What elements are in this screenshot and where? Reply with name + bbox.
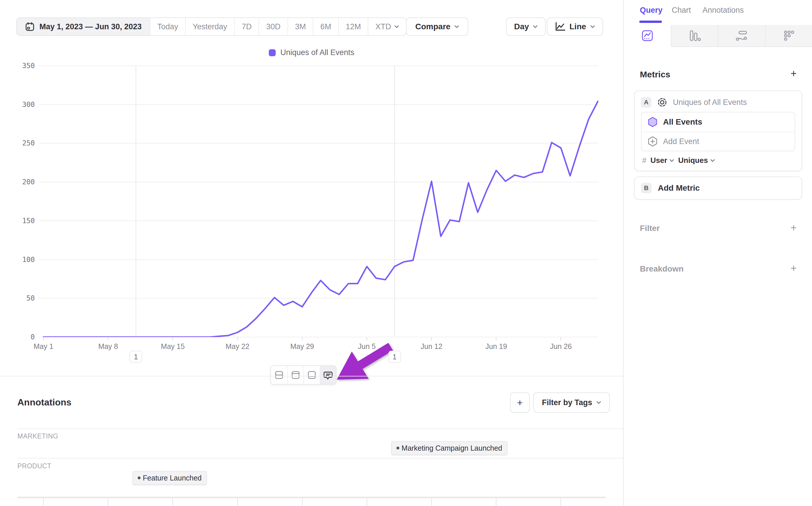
report-type-funnels[interactable] <box>671 25 718 47</box>
annotation-chip-product[interactable]: Feature Launched <box>132 471 207 485</box>
count-type-icon: # <box>642 156 646 165</box>
filter-heading: Filter <box>640 224 659 233</box>
annotations-axis-tick <box>237 498 238 506</box>
panel-top-button[interactable] <box>287 366 303 384</box>
preset-yesterday[interactable]: Yesterday <box>185 18 234 35</box>
event-row-all-events[interactable]: All Events <box>642 112 795 132</box>
date-range-toolbar: May 1, 2023 — Jun 30, 2023 Today Yesterd… <box>16 17 407 36</box>
annotations-axis-line <box>17 497 606 498</box>
y-axis-tick-label: 250 <box>12 139 35 147</box>
metric-a-header[interactable]: A Uniques of All Events <box>635 91 802 112</box>
panel-bottom-button[interactable] <box>303 366 320 384</box>
date-range-button[interactable]: May 1, 2023 — Jun 30, 2023 <box>17 18 150 35</box>
x-axis-tick-label: Jun 19 <box>476 342 517 351</box>
metric-b-badge: B <box>641 183 651 193</box>
annotation-count-badge[interactable]: 1 <box>388 351 401 363</box>
entity-dropdown[interactable]: User <box>650 156 674 165</box>
x-axis-tick <box>172 337 173 341</box>
x-axis-tick <box>431 337 432 341</box>
metric-a-card: A Uniques of All Events All Events <box>634 90 802 171</box>
event-settings-icon <box>657 97 668 108</box>
row-divider <box>17 458 623 458</box>
chevron-down-icon <box>533 25 538 28</box>
preset-12m[interactable]: 12M <box>338 18 368 35</box>
tab-chart[interactable]: Chart <box>672 6 691 15</box>
plus-icon: + <box>517 397 523 408</box>
split-horizontal-button[interactable] <box>271 366 287 384</box>
preset-xtd-dropdown[interactable]: XTD <box>368 18 406 35</box>
preset-30d[interactable]: 30D <box>259 18 287 35</box>
retention-icon <box>782 29 796 42</box>
x-axis-tick-label: Jun 12 <box>411 342 452 351</box>
chevron-down-icon <box>597 401 601 404</box>
chart-layout-toolbar <box>270 365 337 385</box>
hexagon-icon <box>647 116 658 128</box>
add-metric-plus-button[interactable]: + <box>791 68 797 79</box>
preset-3m[interactable]: 3M <box>287 18 313 35</box>
annotation-count-badge[interactable]: 1 <box>129 351 142 363</box>
aggregation-dropdown[interactable]: Uniques <box>678 156 715 165</box>
breakdown-heading: Breakdown <box>640 264 684 273</box>
preset-6m[interactable]: 6M <box>313 18 338 35</box>
y-axis-tick-label: 0 <box>12 333 35 341</box>
y-axis-tick-label: 50 <box>12 294 35 302</box>
add-filter-button[interactable]: + <box>791 223 797 233</box>
x-axis-tick <box>560 337 561 341</box>
x-axis-tick <box>367 337 367 341</box>
series-line-uniques-of-all-events[interactable] <box>39 66 599 337</box>
add-metric-label: Add Metric <box>658 183 700 193</box>
annotations-axis-tick <box>560 498 561 506</box>
x-axis-tick-label: Jun 26 <box>540 342 581 351</box>
query-sidebar: Query Chart Annotations <box>623 0 812 506</box>
report-type-retention[interactable] <box>765 25 812 47</box>
metric-b-card[interactable]: B Add Metric <box>634 176 802 200</box>
add-annotation-button[interactable]: + <box>510 393 530 413</box>
active-tab-underline <box>639 20 662 23</box>
annotation-dot <box>138 477 141 479</box>
granularity-dropdown[interactable]: Day <box>506 17 546 36</box>
legend-label: Uniques of All Events <box>280 48 354 57</box>
flows-icon <box>735 29 748 42</box>
preset-today[interactable]: Today <box>150 18 185 35</box>
annotation-dot <box>396 446 399 449</box>
annotation-chip-marketing[interactable]: Marketing Campaign Launched <box>391 441 508 455</box>
annotations-axis-tick <box>302 498 302 506</box>
x-axis-tick <box>108 337 108 341</box>
y-axis-tick-label: 200 <box>12 178 35 186</box>
tab-annotations[interactable]: Annotations <box>703 6 744 15</box>
add-breakdown-button[interactable]: + <box>791 263 797 273</box>
row-divider <box>17 428 623 429</box>
metric-a-name: Uniques of All Events <box>673 98 747 107</box>
x-axis-tick-label: May 1 <box>23 342 64 351</box>
filter-by-tags-dropdown[interactable]: Filter by Tags <box>533 393 610 413</box>
y-axis-tick-label: 100 <box>12 256 35 264</box>
annotation-category-marketing: MARKETING <box>17 432 58 440</box>
x-axis-tick <box>43 337 44 341</box>
compare-button[interactable]: Compare <box>406 17 468 36</box>
report-type-insights[interactable] <box>624 25 671 47</box>
add-event-row[interactable]: Add Event <box>642 132 795 151</box>
x-axis-tick-label: May 22 <box>217 342 258 351</box>
chevron-down-icon <box>394 25 399 28</box>
chart-legend[interactable]: Uniques of All Events <box>269 48 354 57</box>
split-horizontal-icon <box>274 370 284 380</box>
y-axis-tick-label: 150 <box>12 217 35 225</box>
panel-bottom-icon <box>307 370 317 380</box>
section-divider <box>0 376 623 376</box>
annotations-toggle-button[interactable] <box>320 366 336 384</box>
x-axis-tick-label: Jun 5 <box>347 342 387 351</box>
aggregation-row: # User Uniques <box>635 151 802 171</box>
x-axis-tick-label: May 8 <box>88 342 128 351</box>
annotations-axis-tick <box>431 498 432 506</box>
y-axis-tick-label: 350 <box>12 62 35 70</box>
chart-type-dropdown[interactable]: Line <box>547 17 603 36</box>
report-type-flows[interactable] <box>718 25 765 47</box>
funnels-icon <box>688 29 701 42</box>
preset-7d[interactable]: 7D <box>234 18 259 35</box>
x-axis-tick <box>302 337 302 341</box>
insights-icon <box>641 29 654 42</box>
annotations-axis-tick <box>108 498 108 506</box>
date-range-label: May 1, 2023 — Jun 30, 2023 <box>39 22 142 31</box>
tab-query[interactable]: Query <box>640 6 662 15</box>
line-chart-icon <box>555 22 565 31</box>
